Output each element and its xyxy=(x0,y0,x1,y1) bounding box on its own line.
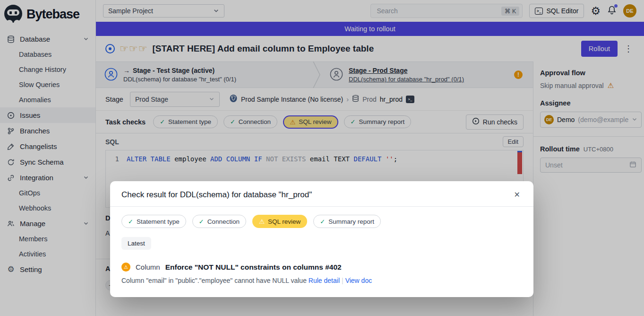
close-icon[interactable]: ✕ xyxy=(512,189,522,200)
check-warning-icon: ⚠ xyxy=(259,218,265,225)
latest-filter-pill[interactable]: Latest xyxy=(121,237,151,250)
view-doc-link[interactable]: View doc xyxy=(345,277,372,284)
modal-header: Check result for DDL(schema) for databas… xyxy=(121,189,522,200)
check-label: Statement type xyxy=(137,218,180,225)
warning-circle-icon: ⚠ xyxy=(121,263,130,272)
modal-check-pill-summary-report[interactable]: ✓ Summary report xyxy=(313,215,381,228)
check-pass-icon: ✓ xyxy=(128,218,133,225)
modal-title: Check result for DDL(schema) for databas… xyxy=(121,190,312,200)
modal-check-tabs: ✓ Statement type ✓ Connection ⚠ SQL revi… xyxy=(121,215,522,228)
result-detail: Column "email" in "public"."employee" ca… xyxy=(121,277,522,284)
check-label: SQL review xyxy=(268,218,301,225)
result-category: Column xyxy=(136,263,160,271)
modal-check-pill-connection[interactable]: ✓ Connection xyxy=(192,215,246,228)
check-pass-icon: ✓ xyxy=(199,218,204,225)
check-result-modal: Check result for DDL(schema) for databas… xyxy=(110,181,533,297)
check-result-row: ⚠ Column Enforce "NOT NULL" constraints … xyxy=(121,263,522,272)
rule-detail-link[interactable]: Rule detail xyxy=(309,277,340,284)
link-separator: | xyxy=(342,277,343,284)
modal-check-pill-sql-review[interactable]: ⚠ SQL review xyxy=(252,215,307,228)
result-rule-title: Enforce "NOT NULL" constraints on column… xyxy=(165,263,342,272)
result-detail-text: Column "email" in "public"."employee" ca… xyxy=(121,277,307,284)
check-label: Connection xyxy=(207,218,240,225)
modal-check-pill-statement-type[interactable]: ✓ Statement type xyxy=(121,215,186,228)
modal-divider xyxy=(110,206,533,207)
check-pass-icon: ✓ xyxy=(320,218,325,225)
check-label: Summary report xyxy=(328,218,374,225)
